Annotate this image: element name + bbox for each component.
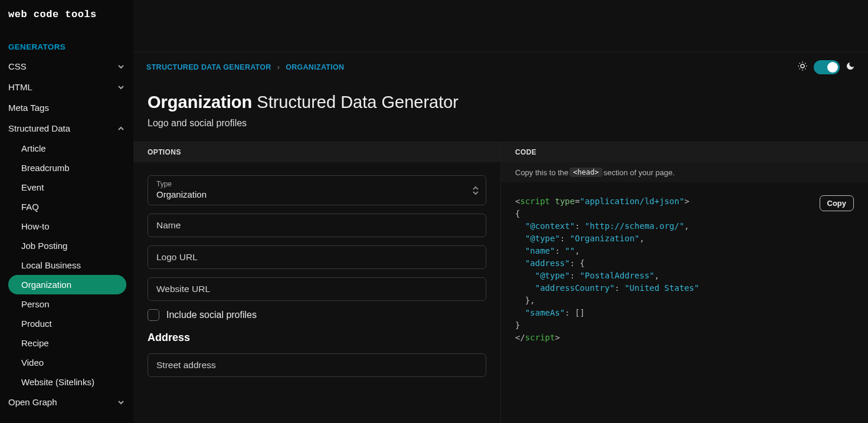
options-pane: OPTIONS Type Organization: [133, 142, 501, 423]
social-checkbox[interactable]: [148, 309, 159, 321]
sidebar-item-website-sitelinks[interactable]: Website (Sitelinks): [8, 372, 126, 392]
theme-toggle[interactable]: [814, 60, 840, 74]
sidebar: web code tools GENERATORS CSS HTML Meta …: [0, 0, 133, 423]
sidebar-item-local-business[interactable]: Local Business: [8, 255, 126, 275]
sidebar-group-css[interactable]: CSS: [0, 56, 133, 77]
page-title-strong: Organization: [148, 93, 252, 112]
toggle-knob: [827, 62, 838, 73]
sidebar-scroll[interactable]: web code tools GENERATORS CSS HTML Meta …: [0, 0, 133, 423]
street-address-field[interactable]: [148, 353, 486, 377]
select-stepper-icon: [473, 186, 479, 195]
website-url-field[interactable]: [148, 277, 486, 301]
social-checkbox-label: Include social profiles: [166, 310, 257, 320]
code-pane: CODE Copy this to the <head> section of …: [501, 142, 868, 423]
chevron-down-icon: [117, 398, 125, 406]
sidebar-item-person[interactable]: Person: [8, 294, 126, 314]
type-select[interactable]: Type Organization: [148, 175, 486, 205]
chevron-down-icon: [117, 83, 125, 91]
chevron-up-icon: [117, 124, 125, 133]
sidebar-item-event[interactable]: Event: [8, 178, 126, 197]
sidebar-group-html[interactable]: HTML: [0, 77, 133, 97]
sidebar-group-label: Meta Tags: [8, 103, 49, 113]
code-output[interactable]: <script type="application/ld+json"> { "@…: [515, 195, 854, 344]
sidebar-group-label: HTML: [8, 82, 32, 92]
sidebar-item-organization[interactable]: Organization: [8, 275, 126, 294]
breadcrumb: STRUCTURED DATA GENERATOR › ORGANIZATION: [146, 63, 344, 71]
svg-line-3: [800, 63, 800, 64]
logo-url-input[interactable]: [156, 252, 477, 263]
code-pane-header: CODE: [501, 142, 868, 162]
logo-url-field[interactable]: [148, 245, 486, 269]
app-root: web code tools GENERATORS CSS HTML Meta …: [0, 0, 868, 423]
sidebar-item-job-posting[interactable]: Job Posting: [8, 236, 126, 255]
type-label: Type: [156, 180, 477, 188]
page-title: Organization Structured Data Generator: [148, 93, 854, 112]
top-spacer: [133, 0, 868, 52]
options-pane-body: Type Organization: [133, 162, 500, 423]
sidebar-group-label: Structured Data: [8, 123, 70, 133]
sidebar-group-meta-tags[interactable]: Meta Tags: [0, 97, 133, 118]
sidebar-group-structured-data[interactable]: Structured Data: [0, 118, 133, 139]
code-pane-body: Copy <script type="application/ld+json">…: [501, 182, 868, 423]
type-value: Organization: [156, 189, 477, 199]
breadcrumb-parent[interactable]: STRUCTURED DATA GENERATOR: [146, 63, 271, 71]
sidebar-item-video[interactable]: Video: [8, 353, 126, 372]
sidebar-item-faq[interactable]: FAQ: [8, 197, 126, 217]
breadcrumb-separator-icon: ›: [277, 63, 280, 71]
svg-point-0: [801, 64, 804, 68]
svg-line-8: [805, 63, 805, 64]
code-note: Copy this to the <head> section of your …: [501, 162, 868, 182]
sun-icon: [797, 61, 808, 74]
panes: OPTIONS Type Organization: [133, 142, 868, 423]
code-wrap: Copy <script type="application/ld+json">…: [515, 195, 854, 344]
code-note-before: Copy this to the: [515, 168, 568, 177]
theme-controls: [797, 60, 855, 74]
sidebar-item-how-to[interactable]: How-to: [8, 217, 126, 236]
street-address-input[interactable]: [156, 360, 477, 370]
header-row: STRUCTURED DATA GENERATOR › ORGANIZATION: [133, 52, 868, 82]
sidebar-group-label: CSS: [8, 61, 27, 71]
name-input[interactable]: [156, 220, 477, 231]
sidebar-item-article[interactable]: Article: [8, 139, 126, 158]
main-area: STRUCTURED DATA GENERATOR › ORGANIZATION…: [133, 0, 868, 423]
sidebar-item-product[interactable]: Product: [8, 314, 126, 333]
chevron-down-icon: [117, 63, 125, 71]
sidebar-item-recipe[interactable]: Recipe: [8, 333, 126, 353]
sidebar-group-open-graph[interactable]: Open Graph: [0, 392, 133, 412]
code-note-tag: <head>: [569, 168, 602, 177]
address-heading: Address: [148, 332, 486, 344]
breadcrumb-current: ORGANIZATION: [286, 63, 344, 71]
page-subtitle: Logo and social profiles: [148, 118, 854, 129]
code-note-after: section of your page.: [604, 168, 675, 177]
name-field[interactable]: [148, 214, 486, 237]
sidebar-group-label: Open Graph: [8, 397, 57, 407]
copy-button[interactable]: Copy: [820, 195, 854, 211]
sidebar-item-breadcrumb[interactable]: Breadcrumb: [8, 158, 126, 178]
moon-icon: [846, 61, 855, 73]
svg-line-4: [805, 68, 805, 69]
website-url-input[interactable]: [156, 284, 477, 294]
logo[interactable]: web code tools: [0, 0, 133, 28]
page-title-rest: Structured Data Generator: [252, 93, 458, 112]
sidebar-section-label: GENERATORS: [0, 28, 133, 56]
title-block: Organization Structured Data Generator L…: [133, 82, 868, 142]
social-checkbox-row: Include social profiles: [148, 309, 486, 321]
svg-line-7: [800, 68, 800, 69]
options-pane-header: OPTIONS: [133, 142, 500, 162]
